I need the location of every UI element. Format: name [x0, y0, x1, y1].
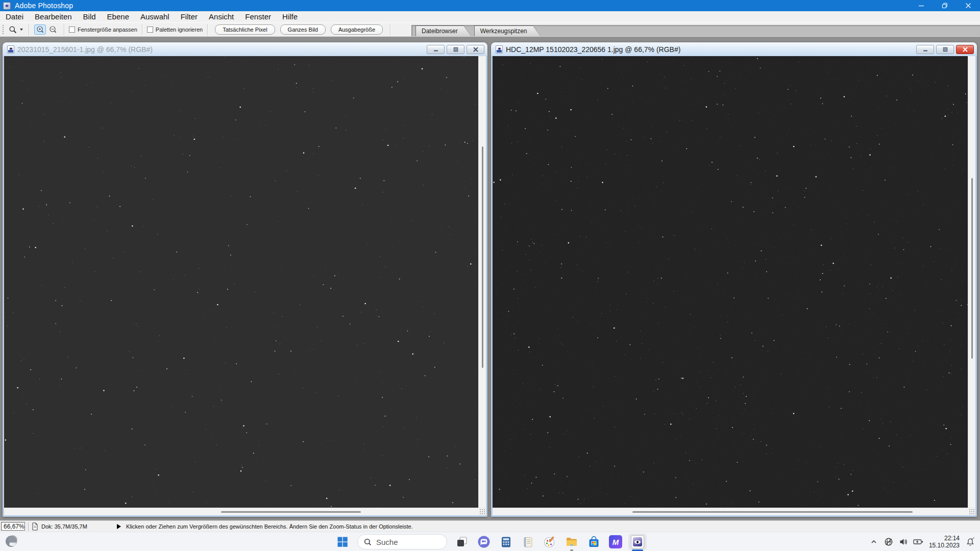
doc1-minimize-button[interactable] — [427, 45, 445, 54]
document-2-titlebar[interactable]: HDC_12MP 15102023_220656 1.jpg @ 66,7% (… — [493, 42, 975, 56]
menu-ebene[interactable]: Ebene — [102, 11, 135, 22]
psd-file-icon — [7, 45, 14, 54]
scrollbar-thumb[interactable] — [971, 178, 973, 359]
doc1-horizontal-scrollbar[interactable] — [4, 508, 486, 515]
zoom-in-mode-button[interactable] — [34, 24, 46, 35]
system-tray: 22:14 15.10.2023 z z — [868, 532, 978, 551]
document-1-window-controls — [425, 45, 484, 54]
app-restore-button[interactable] — [933, 0, 957, 11]
document-2-window-controls — [914, 45, 974, 54]
bell-dnd-icon: z z — [965, 537, 975, 547]
scrollbar-thumb[interactable] — [632, 511, 913, 513]
document-2-canvas[interactable] — [493, 56, 968, 508]
photoshop-taskbar-button[interactable] — [627, 532, 648, 551]
fit-window-checkbox[interactable]: Fenstergröße anpassen — [69, 27, 137, 33]
document-1-body — [4, 56, 486, 508]
task-view-button[interactable] — [452, 532, 472, 551]
minimize-icon — [922, 47, 929, 52]
zoom-out-mode-button[interactable] — [47, 24, 59, 35]
doc1-vertical-scrollbar[interactable] — [478, 56, 486, 508]
doc2-minimize-button[interactable] — [916, 45, 934, 54]
search-icon — [364, 538, 372, 546]
start-button[interactable] — [332, 532, 353, 551]
notepad-icon — [522, 536, 534, 548]
document-info-icon[interactable] — [32, 522, 38, 531]
doc2-maximize-button[interactable] — [936, 45, 954, 54]
weather-widget[interactable] — [5, 535, 19, 549]
scrollbar-thumb[interactable] — [221, 511, 361, 513]
doc2-vertical-scrollbar[interactable] — [968, 56, 975, 508]
close-icon — [962, 47, 968, 52]
doc2-close-button[interactable] — [956, 45, 974, 54]
file-explorer-button[interactable] — [561, 532, 582, 551]
volume-button[interactable] — [898, 535, 909, 549]
speaker-icon — [899, 537, 908, 546]
app-window-controls — [910, 0, 980, 11]
menu-auswahl[interactable]: Auswahl — [135, 11, 175, 22]
chevron-down-icon — [20, 29, 23, 31]
ignore-palettes-checkbox[interactable]: Paletten ignorieren — [147, 27, 203, 33]
close-icon — [965, 3, 971, 9]
minimize-icon — [918, 3, 924, 9]
optionsbar-grip[interactable] — [2, 24, 4, 35]
search-input[interactable] — [376, 538, 437, 546]
menu-ansicht[interactable]: Ansicht — [203, 11, 239, 22]
zoom-tool-icon — [9, 26, 17, 34]
tray-expand-button[interactable] — [868, 535, 879, 549]
psd-file-icon — [496, 45, 503, 54]
network-status[interactable] — [883, 535, 894, 549]
zoom-level-field[interactable]: 66,67% — [1, 522, 25, 531]
taskbar-clock[interactable]: 22:14 15.10.2023 — [927, 535, 961, 549]
chat-icon — [477, 535, 491, 548]
menu-fenster[interactable]: Fenster — [239, 11, 277, 22]
resize-grip-icon[interactable] — [479, 509, 485, 515]
document-window-2: HDC_12MP 15102023_220656 1.jpg @ 66,7% (… — [491, 42, 977, 517]
doc1-close-button[interactable] — [467, 45, 484, 54]
notification-center-button[interactable]: z z — [965, 535, 976, 549]
document-1-canvas[interactable] — [4, 56, 478, 508]
workspace: 20231015_215601-1.jpg @ 66,7% (RGB#) — [0, 37, 980, 520]
print-size-button[interactable]: Ausgabegröße — [331, 24, 383, 35]
app-titlebar[interactable]: Adobe Photoshop — [0, 0, 980, 11]
menu-filter[interactable]: Filter — [175, 11, 203, 22]
battery-status[interactable] — [913, 535, 924, 549]
statusbar-hint: Klicken oder Ziehen zum Vergrößern des g… — [126, 523, 413, 530]
photoshop-screen: Adobe Photoshop Datei Bearbeiten Bild Eb… — [0, 0, 980, 551]
tab-werkzeugspitzen-label: Werkzeugspitzen — [475, 26, 541, 36]
actual-pixels-button[interactable]: Tatsächliche Pixel — [215, 24, 275, 35]
palette-well: Dateibrowser Werkzeugspitzen — [411, 25, 980, 36]
zoom-tool-preset[interactable] — [8, 26, 24, 34]
resize-grip-icon[interactable] — [969, 509, 975, 515]
app-close-button[interactable] — [957, 0, 980, 11]
chat-button[interactable] — [474, 532, 494, 551]
menubar: Datei Bearbeiten Bild Ebene Auswahl Filt… — [0, 11, 980, 22]
taskbar-search[interactable] — [357, 534, 447, 549]
statusbar: 66,67% Dok: 35,7M/35,7M Klicken oder Zie… — [0, 520, 980, 532]
menu-hilfe[interactable]: Hilfe — [277, 11, 303, 22]
scrollbar-thumb[interactable] — [482, 146, 483, 368]
document-1-titlebar[interactable]: 20231015_215601-1.jpg @ 66,7% (RGB#) — [4, 42, 486, 56]
menu-datei[interactable]: Datei — [0, 11, 29, 22]
paint-icon — [543, 535, 556, 548]
divider — [29, 24, 29, 35]
hint-arrow-icon — [117, 524, 121, 529]
moon-cloud-icon — [5, 535, 19, 549]
tab-werkzeugspitzen[interactable]: Werkzeugspitzen — [474, 26, 541, 36]
photoshop-app-icon — [3, 2, 11, 10]
paint-button[interactable] — [540, 532, 560, 551]
divider — [28, 522, 29, 531]
store-button[interactable] — [583, 532, 604, 551]
checkbox-icon — [69, 27, 75, 33]
doc1-maximize-button[interactable] — [447, 45, 464, 54]
menu-bearbeiten[interactable]: Bearbeiten — [29, 11, 78, 22]
app-minimize-button[interactable] — [910, 0, 933, 11]
m-app-button[interactable]: M — [605, 532, 626, 551]
doc2-horizontal-scrollbar[interactable] — [493, 508, 975, 515]
tab-dateibrowser[interactable]: Dateibrowser — [415, 26, 471, 36]
document-1-title: 20231015_215601-1.jpg @ 66,7% (RGB#) — [17, 45, 153, 54]
fit-on-screen-button[interactable]: Ganzes Bild — [280, 24, 326, 35]
menu-bild[interactable]: Bild — [78, 11, 102, 22]
calculator-button[interactable] — [496, 532, 516, 551]
notepad-button[interactable] — [518, 532, 538, 551]
maximize-icon — [452, 47, 459, 52]
